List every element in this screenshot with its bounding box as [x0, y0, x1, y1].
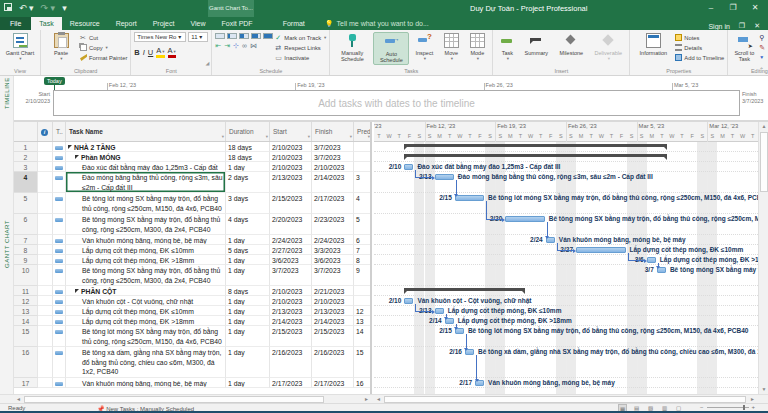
auto-schedule-button[interactable]: Auto Schedule	[373, 32, 409, 65]
task-name-cell[interactable]: NHÀ 2 TẦNG	[66, 142, 226, 152]
start-cell[interactable]: 3/7/2023	[270, 265, 312, 286]
task-mode-cell[interactable]	[53, 326, 66, 347]
finish-cell[interactable]: 2/15/2023	[312, 326, 354, 347]
start-cell[interactable]: 2/17/2023	[270, 378, 312, 388]
table-row[interactable]: 4Đào móng băng bằng thủ công, rộng ≤3m, …	[14, 172, 372, 193]
task-name-cell[interactable]: Bê tông móng SX bằng máy trộn, đổ bằng t…	[66, 214, 226, 235]
row-number[interactable]: 8	[14, 245, 38, 255]
duration-cell[interactable]: 4 days	[226, 214, 270, 235]
percent-complete-75-button[interactable]	[251, 33, 261, 39]
task-name-cell[interactable]: Phần MÓNG	[66, 152, 226, 162]
vertical-scroll-thumb[interactable]	[760, 132, 768, 192]
table-row[interactable]: 15Bê tông lót móng SX bằng máy trộn, đổ …	[14, 326, 372, 347]
filter-arrow-icon[interactable]: ▾	[368, 134, 370, 139]
font-color-button[interactable]: A▾	[168, 47, 176, 58]
task-mode-cell[interactable]	[53, 286, 66, 296]
close-button[interactable]: ✕	[744, 0, 766, 16]
minimize-button[interactable]: –	[700, 0, 722, 16]
tab-file[interactable]: File	[0, 17, 31, 30]
duration-cell[interactable]: 1 day	[226, 296, 270, 306]
finish-cell[interactable]: 2/21/2023	[312, 286, 354, 296]
task-bar[interactable]	[455, 195, 484, 201]
start-cell[interactable]: 2/10/2023	[270, 286, 312, 296]
task-mode-cell[interactable]	[53, 265, 66, 286]
tell-me-box[interactable]: 💡Tell me what you want to do...	[313, 17, 429, 30]
column-header-duration[interactable]: Duration▾	[226, 122, 270, 141]
pred-cell[interactable]	[354, 142, 372, 152]
move-button[interactable]: Move▾	[439, 32, 463, 63]
column-header-start[interactable]: Start▾	[270, 122, 312, 141]
mark-on-track-button[interactable]: Mark on Track▾	[275, 33, 326, 42]
pred-cell[interactable]: 5	[354, 214, 372, 235]
finish-cell[interactable]: 2/13/2023	[312, 306, 354, 316]
task-bar[interactable]	[647, 257, 656, 263]
row-number[interactable]: 17	[14, 378, 38, 388]
duration-cell[interactable]: 1 day	[226, 378, 270, 388]
timeline-band[interactable]: Feb 12, '23Feb 19, '23Feb 26, '23Mar 5, …	[53, 90, 740, 116]
summary-bar[interactable]	[404, 288, 525, 291]
duration-cell[interactable]: 1 day	[226, 235, 270, 245]
row-number[interactable]: 1	[14, 142, 38, 152]
collapse-triangle-icon[interactable]	[68, 145, 72, 149]
bold-button[interactable]: B	[134, 48, 139, 57]
row-number[interactable]: 3	[14, 162, 38, 172]
table-row[interactable]: 8Lắp dựng cốt thép móng, ĐK ≤10mm5 days2…	[14, 245, 372, 255]
table-row[interactable]: 7Ván khuôn móng băng, móng bè, bệ máy1 d…	[14, 235, 372, 245]
tab-resource[interactable]: Resource	[62, 17, 108, 30]
finish-cell[interactable]: 2/14/2023	[312, 172, 354, 193]
task-bar[interactable]	[404, 298, 413, 304]
row-number[interactable]: 15	[14, 326, 38, 347]
table-row[interactable]: 3Đào xúc đất bằng máy đào 1,25m3 - Cấp đ…	[14, 162, 372, 172]
collapse-triangle-icon[interactable]	[75, 289, 79, 293]
duration-cell[interactable]: 5 days	[226, 245, 270, 255]
mode-button[interactable]: Mode▾	[465, 32, 489, 63]
save-icon[interactable]	[4, 2, 12, 14]
zoom-slider[interactable]: − +	[700, 404, 755, 410]
task-mode-cell[interactable]	[53, 235, 66, 245]
link-tasks-button[interactable]: ∞	[242, 42, 247, 50]
row-number[interactable]: 16	[14, 347, 38, 378]
pred-cell[interactable]: 9	[354, 265, 372, 286]
unlink-tasks-button[interactable]: ⋈	[250, 42, 257, 50]
timeline-pane-strip[interactable]: TIMELINE	[0, 76, 14, 122]
duration-cell[interactable]: 1 day	[226, 162, 270, 172]
task-name-cell[interactable]: PHẦN CỘT	[66, 286, 226, 296]
gantt-chart-body[interactable]: 2/10Đào xúc đất bằng máy đào 1,25m3 - Cấ…	[374, 142, 758, 394]
duration-cell[interactable]: 18 days	[226, 142, 270, 152]
task-bar[interactable]	[435, 308, 444, 314]
timeline-pane[interactable]: TIMELINE Today Start2/10/2023 Finish3/7/…	[0, 76, 768, 122]
pred-cell[interactable]: 14	[354, 326, 372, 347]
pred-cell[interactable]	[354, 296, 372, 306]
finish-cell[interactable]: 3/3/2023	[312, 245, 354, 255]
start-cell[interactable]: 2/10/2023	[270, 296, 312, 306]
summary-bar[interactable]	[404, 144, 667, 147]
start-cell[interactable]: 2/14/2023	[270, 316, 312, 326]
percent-complete-0-button[interactable]	[215, 33, 225, 39]
duration-cell[interactable]: 1 day	[226, 306, 270, 316]
duration-cell[interactable]: 3 days	[226, 193, 270, 214]
task-mode-cell[interactable]	[53, 306, 66, 316]
task-name-cell[interactable]: Đào xúc đất bằng máy đào 1,25m3 - Cấp đấ…	[66, 162, 226, 172]
clear-button[interactable]: Clear▾	[759, 43, 768, 52]
finish-cell[interactable]: 2/14/2023	[312, 316, 354, 326]
row-number[interactable]: 12	[14, 296, 38, 306]
start-cell[interactable]: 2/27/2023	[270, 245, 312, 255]
duration-cell[interactable]: 1 day	[226, 347, 270, 378]
task-name-cell[interactable]: Bê tông móng SX bằng máy trộn, đổ bằng t…	[66, 265, 226, 286]
sign-in-link[interactable]: Sign in	[708, 23, 729, 30]
task-mode-cell[interactable]	[53, 245, 66, 255]
collapse-triangle-icon[interactable]	[75, 155, 79, 159]
table-row[interactable]: 14Lắp dựng cốt thép móng, ĐK >18mm1 day2…	[14, 316, 372, 326]
pred-cell[interactable]: 12	[354, 306, 372, 316]
ribbon-display-options-icon[interactable]: ❐	[739, 22, 745, 30]
row-number[interactable]: 10	[14, 265, 38, 286]
font-dialog-launcher-icon[interactable]: ◢	[205, 60, 209, 66]
duration-cell[interactable]: 8 days	[226, 286, 270, 296]
table-row[interactable]: 16Bê tông xà dầm, giằng nhà SX bằng máy …	[14, 347, 372, 378]
gantt-pane-strip[interactable]: GANTT CHART	[0, 122, 14, 394]
fill-button[interactable]: Fill▾	[759, 53, 768, 62]
table-row[interactable]: 12Ván khuôn cột - Cột vuông, chữ nhật1 d…	[14, 296, 372, 306]
finish-cell[interactable]: 3/7/2023	[312, 152, 354, 162]
gantt-chart-view-button[interactable]: Gantt Chart▾	[3, 32, 37, 63]
start-cell[interactable]: 2/13/2023	[270, 306, 312, 316]
